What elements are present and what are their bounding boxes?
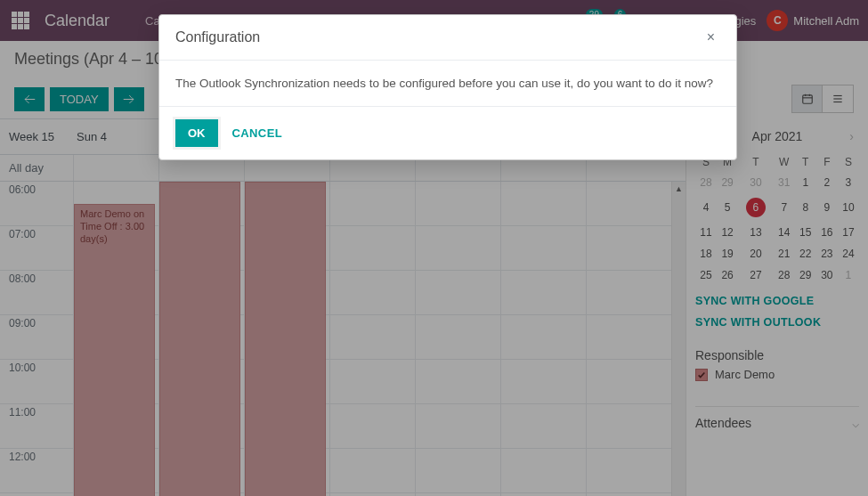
ok-button[interactable]: OK: [175, 119, 218, 147]
configuration-modal: Configuration × The Outlook Synchronizat…: [158, 14, 737, 160]
close-icon[interactable]: ×: [702, 28, 720, 47]
cancel-button[interactable]: CANCEL: [232, 126, 283, 140]
modal-title: Configuration: [175, 29, 260, 45]
modal-body: The Outlook Synchronization needs to be …: [159, 61, 736, 107]
